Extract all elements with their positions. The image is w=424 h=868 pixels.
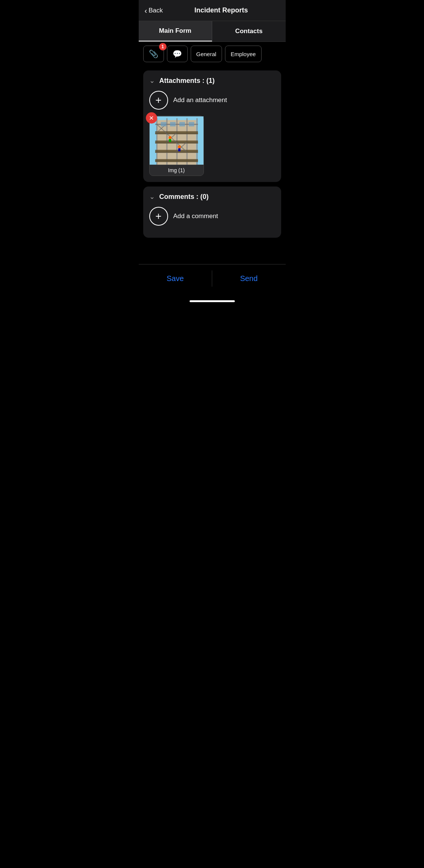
- back-label: Back: [148, 7, 163, 14]
- svg-rect-15: [155, 159, 197, 162]
- plus-icon: +: [155, 94, 161, 106]
- svg-rect-25: [178, 148, 180, 151]
- tab-main-form[interactable]: Main Form: [139, 21, 213, 41]
- svg-rect-12: [155, 131, 197, 134]
- scaffold-svg: [150, 116, 204, 165]
- remove-attachment-button[interactable]: ✕: [146, 112, 157, 124]
- add-comment-row[interactable]: + Add a comment: [149, 207, 275, 226]
- attachments-section-header: ⌄ Attachments : (1): [149, 76, 275, 85]
- general-label: General: [196, 51, 216, 57]
- svg-rect-28: [179, 122, 185, 127]
- back-button[interactable]: ‹ Back: [145, 7, 163, 14]
- comment-icon: 💬: [173, 49, 182, 58]
- page-title: Incident Reports: [163, 6, 280, 14]
- header: ‹ Back Incident Reports: [139, 0, 286, 21]
- attachment-badge: 1: [159, 43, 167, 50]
- comments-chevron-icon: ⌄: [149, 193, 155, 201]
- save-button[interactable]: Save: [139, 270, 213, 287]
- close-icon: ✕: [149, 115, 154, 122]
- comment-button[interactable]: 💬: [167, 46, 188, 62]
- send-button[interactable]: Send: [212, 270, 286, 287]
- attachment-label: Img (1): [150, 165, 204, 176]
- add-attachment-label: Add an attachment: [173, 96, 227, 104]
- general-button[interactable]: General: [191, 46, 222, 62]
- svg-point-22: [168, 136, 171, 139]
- employee-label: Employee: [231, 51, 256, 57]
- back-chevron-icon: ‹: [145, 7, 147, 14]
- toolbar: 📎 1 💬 General Employee: [139, 42, 286, 66]
- comments-title: Comments : (0): [159, 193, 209, 201]
- home-indicator: [190, 300, 235, 302]
- svg-rect-26: [161, 122, 166, 127]
- main-content: ⌄ Attachments : (1) + Add an attachment …: [139, 66, 286, 264]
- attachments-grid: ✕: [149, 116, 275, 176]
- attachments-section: ⌄ Attachments : (1) + Add an attachment …: [143, 70, 281, 182]
- add-attachment-button[interactable]: +: [149, 91, 168, 110]
- bottom-bar: Save Send: [139, 264, 286, 298]
- tab-contacts[interactable]: Contacts: [212, 21, 286, 41]
- svg-rect-29: [188, 122, 194, 127]
- svg-rect-23: [169, 139, 171, 142]
- add-comment-button[interactable]: +: [149, 207, 168, 226]
- svg-rect-27: [170, 122, 176, 127]
- tab-bar: Main Form Contacts: [139, 21, 286, 42]
- comments-section: ⌄ Comments : (0) + Add a comment: [143, 186, 281, 238]
- add-comment-label: Add a comment: [173, 212, 218, 220]
- paperclip-icon: 📎: [149, 49, 158, 58]
- svg-point-24: [178, 145, 181, 148]
- attachment-button[interactable]: 📎 1: [143, 46, 164, 62]
- employee-button[interactable]: Employee: [225, 46, 262, 62]
- add-attachment-row[interactable]: + Add an attachment: [149, 91, 275, 110]
- attachment-item: ✕: [149, 116, 204, 176]
- plus-icon-comment: +: [155, 210, 161, 222]
- attachments-title: Attachments : (1): [159, 77, 215, 85]
- attachments-chevron-icon: ⌄: [149, 76, 155, 85]
- attachment-image: [150, 116, 204, 165]
- comments-section-header: ⌄ Comments : (0): [149, 193, 275, 201]
